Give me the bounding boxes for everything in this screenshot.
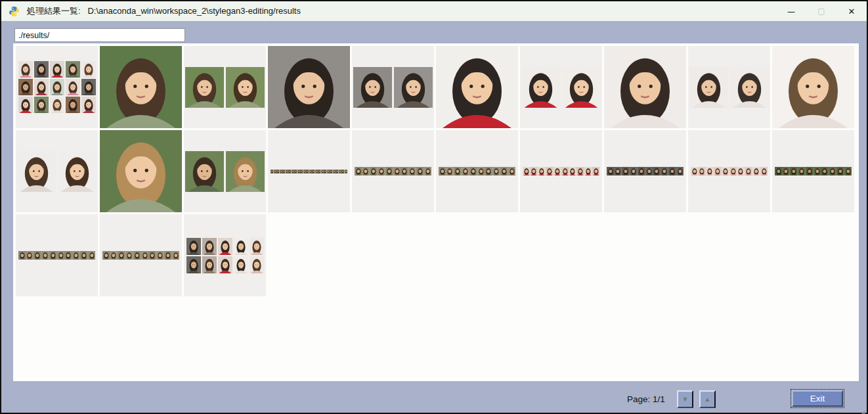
face-thumbnail [775, 167, 783, 175]
interpolation-strip [775, 167, 852, 175]
face-thumbnail [80, 251, 88, 260]
face-thumbnail [630, 167, 638, 175]
face-thumbnail [234, 256, 248, 273]
thumbnail-cell-sheet[interactable] [184, 214, 266, 296]
face-thumbnail [492, 167, 500, 175]
face-thumbnail [706, 167, 714, 175]
face-thumbnail [141, 251, 149, 260]
thumbnail-cell-portrait[interactable] [436, 46, 518, 128]
face-thumbnail [110, 251, 118, 260]
window-title: 処理結果一覧: D:\anaconda_win\workspace_2\styl… [27, 5, 301, 17]
face-thumbnail [250, 238, 264, 255]
face-thumbnail [691, 167, 699, 175]
face-thumbnail [436, 46, 518, 128]
face-thumbnail [523, 167, 531, 175]
face-thumbnail [798, 167, 806, 175]
face-thumbnail [186, 256, 201, 273]
thumbnail-cell-portrait[interactable] [604, 46, 686, 128]
thumbnail-cell-pair[interactable] [184, 130, 266, 212]
thumbnail-cell-strip[interactable] [688, 130, 770, 212]
face-thumbnail [355, 167, 362, 175]
python-logo-icon [9, 6, 20, 17]
face-thumbnail [562, 67, 601, 108]
thumbnail-cell-pair[interactable] [688, 46, 770, 128]
face-thumbnail [393, 167, 401, 175]
face-thumbnail [81, 79, 96, 95]
face-thumbnail [821, 167, 829, 175]
face-thumbnail [118, 251, 125, 260]
arrow-down-icon: ▼ [682, 396, 689, 403]
thumbnail-cell-pair[interactable] [520, 46, 602, 128]
minimize-button[interactable]: ─ [776, 1, 806, 21]
thumbnail-grid [13, 43, 859, 299]
face-thumbnail [546, 167, 553, 175]
face-thumbnail [66, 61, 80, 78]
face-thumbnail [561, 167, 569, 175]
face-thumbnail [722, 167, 729, 175]
results-path-input[interactable] [14, 28, 185, 42]
face-thumbnail [676, 167, 684, 175]
interpolation-strip [607, 167, 684, 175]
thumbnail-cell-strip[interactable] [100, 214, 182, 296]
interpolation-strip [355, 167, 432, 175]
face-thumbnail [50, 97, 64, 113]
face-thumbnail [569, 167, 576, 175]
thumbnail-cell-sheet[interactable] [16, 46, 98, 128]
face-thumbnail [416, 167, 424, 175]
before-after-pair [521, 67, 601, 108]
face-thumbnail [500, 167, 508, 175]
exit-button[interactable]: Exit [792, 390, 843, 407]
thumbnail-cell-strip[interactable] [520, 130, 602, 212]
thumbnail-cell-pair[interactable] [16, 130, 98, 212]
face-thumbnail [477, 167, 485, 175]
thumbnail-cell-portrait[interactable] [268, 46, 350, 128]
thumbnail-cell-strip[interactable] [352, 130, 434, 212]
face-thumbnail [100, 46, 182, 128]
face-thumbnail [34, 79, 49, 95]
face-thumbnail [202, 238, 217, 255]
face-thumbnail [18, 79, 33, 95]
face-thumbnail [345, 170, 348, 173]
before-after-pair [185, 151, 265, 192]
face-thumbnail [698, 167, 706, 175]
face-thumbnail [530, 167, 538, 175]
interpolation-strip [439, 167, 516, 175]
face-thumbnail [72, 251, 80, 260]
face-thumbnail [34, 61, 49, 78]
face-thumbnail [607, 167, 615, 175]
face-thumbnail [49, 251, 57, 260]
face-thumbnail [485, 167, 492, 175]
thumbnail-cell-portrait[interactable] [100, 130, 182, 212]
page-label: Page: [627, 394, 650, 404]
face-thumbnail [81, 61, 96, 78]
face-thumbnail [729, 167, 737, 175]
thumbnail-cell-pair[interactable] [352, 46, 434, 128]
thumbnail-cell-strip[interactable] [772, 130, 854, 212]
face-thumbnail [408, 167, 416, 175]
face-thumbnail [645, 167, 653, 175]
thumbnail-cell-strip[interactable] [268, 130, 350, 212]
face-thumbnail [50, 61, 64, 78]
resize-grip[interactable] [857, 410, 865, 414]
face-thumbnail [218, 238, 232, 255]
face-thumbnail [362, 167, 370, 175]
maximize-button[interactable]: ▢ [806, 1, 836, 21]
face-thumbnail [18, 61, 33, 78]
page-up-button[interactable]: ▲ [699, 390, 716, 408]
face-thumbnail [66, 97, 80, 113]
face-thumbnail [760, 167, 768, 175]
thumbnail-cell-strip[interactable] [16, 214, 98, 296]
close-button[interactable]: ✕ [836, 1, 867, 21]
face-thumbnail [26, 251, 33, 260]
before-after-pair [353, 67, 433, 108]
titlebar: 処理結果一覧: D:\anaconda_win\workspace_2\styl… [1, 1, 867, 21]
thumbnail-cell-pair[interactable] [184, 46, 266, 128]
face-thumbnail [446, 167, 454, 175]
thumbnail-cell-strip[interactable] [604, 130, 686, 212]
page-down-button[interactable]: ▼ [677, 390, 693, 408]
thumbnail-cell-portrait[interactable] [100, 46, 182, 128]
face-thumbnail [714, 167, 722, 175]
face-thumbnail [806, 167, 814, 175]
thumbnail-cell-strip[interactable] [436, 130, 518, 212]
thumbnail-cell-portrait[interactable] [772, 46, 854, 128]
